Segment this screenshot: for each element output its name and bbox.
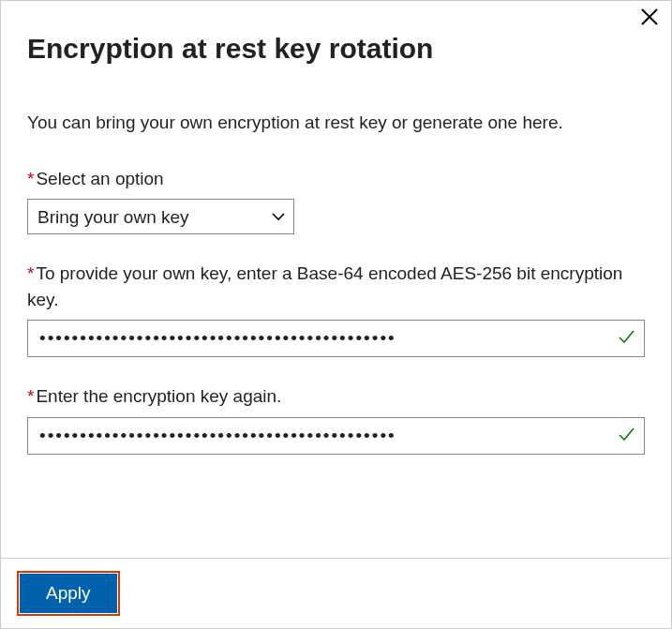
select-option-label-text: Select an option: [36, 169, 163, 188]
dialog-description: You can bring your own encryption at res…: [27, 110, 645, 136]
select-option-wrap: Bring your own key: [27, 199, 294, 234]
key-input-label-text: To provide your own key, enter a Base-64…: [27, 263, 622, 309]
required-marker: *: [27, 263, 34, 283]
key-confirm-label: *Enter the encryption key again.: [27, 383, 645, 410]
key-input-wrap: [27, 320, 645, 357]
checkmark-icon: [617, 327, 635, 350]
dialog-title: Encryption at rest key rotation: [27, 33, 645, 65]
checkmark-icon: [617, 425, 635, 447]
field-key-confirm: *Enter the encryption key again.: [27, 383, 645, 455]
select-option-label: *Select an option: [27, 166, 645, 192]
key-rotation-dialog: Encryption at rest key rotation You can …: [0, 0, 672, 629]
key-confirm-label-text: Enter the encryption key again.: [36, 386, 281, 406]
key-confirm-wrap: [27, 417, 645, 455]
apply-button[interactable]: Apply: [20, 574, 117, 613]
select-option-dropdown[interactable]: Bring your own key: [27, 199, 294, 234]
dialog-footer: Apply: [1, 558, 671, 628]
close-button[interactable]: [637, 7, 662, 31]
field-select-option: *Select an option Bring your own key: [27, 166, 645, 235]
required-marker: *: [27, 386, 34, 406]
encryption-key-input[interactable]: [27, 320, 645, 357]
close-icon: [641, 7, 658, 30]
required-marker: *: [27, 169, 34, 188]
field-key-input: *To provide your own key, enter a Base-6…: [27, 261, 645, 357]
key-input-label: *To provide your own key, enter a Base-6…: [27, 261, 645, 312]
dialog-body: Encryption at rest key rotation You can …: [1, 1, 671, 558]
encryption-key-confirm-input[interactable]: [27, 417, 645, 455]
